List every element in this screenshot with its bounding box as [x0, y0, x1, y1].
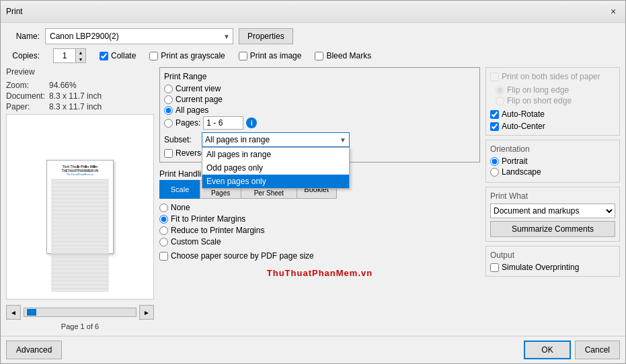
none-radio[interactable] — [159, 203, 168, 212]
pages-info-icon[interactable]: i — [246, 118, 257, 128]
subset-label: Subset: — [164, 135, 198, 144]
all-pages-radio[interactable] — [164, 106, 173, 115]
ok-button[interactable]: OK — [524, 340, 570, 359]
reduce-label: Reduce to Printer Margins — [171, 226, 264, 235]
copies-input[interactable] — [54, 49, 75, 62]
zoom-value: 94.66% — [49, 81, 77, 90]
custom-radio[interactable] — [159, 238, 168, 246]
print-image-label[interactable]: Print as image — [239, 51, 302, 60]
landscape-radio[interactable] — [490, 168, 499, 177]
properties-button[interactable]: Properties — [239, 28, 293, 44]
subset-option-odd[interactable]: Odd pages only — [202, 161, 349, 175]
current-page-label: Current page — [175, 95, 223, 104]
flip-short-radio[interactable] — [496, 97, 504, 105]
right-panel: Print on both sides of paper Flip on lon… — [485, 67, 620, 330]
print-dialog: Print × Name: Canon LBP2900(2) ▼ Propert… — [0, 0, 626, 364]
bleed-marks-label[interactable]: Bleed Marks — [315, 51, 371, 60]
printer-name-select[interactable]: Canon LBP2900(2) ▼ — [45, 28, 233, 44]
summarize-button[interactable]: Summarize Comments — [490, 221, 615, 237]
watermark-text: ThuThuatPhanMem.vn — [267, 268, 373, 278]
current-page-radio[interactable] — [164, 95, 173, 104]
landscape-row[interactable]: Landscape — [490, 167, 615, 177]
auto-center-checkbox[interactable] — [490, 122, 499, 131]
page-slider[interactable] — [24, 308, 136, 317]
tab-scale[interactable]: Scale — [159, 180, 200, 199]
both-sides-checkbox[interactable] — [490, 73, 499, 81]
print-range-section: Print Range Current view Current page Al… — [159, 67, 480, 163]
watermark: ThuThuatPhanMem.vn — [159, 267, 480, 278]
handling-options: None Fit to Printer Margins Reduce to Pr… — [159, 203, 480, 261]
auto-rotate-checkbox[interactable] — [490, 110, 499, 119]
advanced-button[interactable]: Advanced — [6, 340, 62, 359]
subset-option-even[interactable]: Even pages only — [202, 175, 349, 188]
both-sides-label: Print on both sides of paper — [502, 72, 600, 81]
print-what-title: Print What — [490, 191, 615, 201]
printer-name-row: Name: Canon LBP2900(2) ▼ Properties — [6, 28, 620, 44]
collate-checkbox[interactable] — [100, 52, 108, 60]
close-button[interactable]: × — [607, 5, 620, 18]
main-content: Name: Canon LBP2900(2) ▼ Properties Copi… — [1, 23, 625, 336]
paper-row: Paper: 8.3 x 11.7 inch — [6, 102, 154, 111]
portrait-radio[interactable] — [490, 157, 499, 166]
none-row[interactable]: None — [159, 203, 480, 212]
reverse-checkbox[interactable] — [164, 149, 173, 158]
paper-value: 8.3 x 11.7 inch — [49, 102, 102, 111]
print-what-select[interactable]: Document and markups — [490, 203, 615, 218]
print-image-checkbox[interactable] — [239, 52, 247, 60]
auto-center-label: Auto-Center — [502, 122, 545, 131]
current-view-label: Current view — [175, 84, 221, 93]
preview-text-lines — [51, 179, 109, 291]
output-title: Output — [490, 251, 615, 260]
body-area: Preview Zoom: 94.66% Document: 8.3 x 11.… — [6, 67, 620, 330]
simulate-overprinting-label: Simulate Overprinting — [502, 263, 579, 272]
current-view-radio[interactable] — [164, 85, 173, 93]
custom-row[interactable]: Custom Scale — [159, 237, 480, 246]
flip-options: Flip on long edge Flip on short edge — [490, 84, 615, 107]
current-page-row[interactable]: Current page — [164, 95, 475, 104]
slider-thumb[interactable] — [27, 309, 36, 316]
next-page-button[interactable]: ► — [139, 305, 154, 320]
collate-label[interactable]: Collate — [100, 51, 136, 60]
simulate-overprinting-checkbox[interactable] — [490, 263, 499, 272]
flip-long-radio[interactable] — [496, 86, 504, 95]
auto-rotate-row[interactable]: Auto-Rotate — [490, 109, 615, 119]
prev-page-button[interactable]: ◄ — [6, 305, 21, 320]
portrait-row[interactable]: Portrait — [490, 156, 615, 166]
reduce-row[interactable]: Reduce to Printer Margins — [159, 226, 480, 235]
pages-radio[interactable] — [164, 119, 173, 128]
pages-label: Pages: — [175, 118, 200, 128]
middle-panel: Print Range Current view Current page Al… — [159, 67, 480, 330]
reduce-radio[interactable] — [159, 226, 168, 235]
fit-radio[interactable] — [159, 215, 168, 224]
flip-long-row: Flip on long edge — [496, 85, 615, 95]
print-grayscale-checkbox[interactable] — [149, 52, 158, 60]
fit-row[interactable]: Fit to Printer Margins — [159, 214, 480, 224]
portrait-label: Portrait — [502, 156, 528, 166]
spinner-buttons: ▲ ▼ — [75, 49, 85, 62]
copies-up-button[interactable]: ▲ — [76, 49, 85, 56]
copies-spinner[interactable]: ▲ ▼ — [53, 48, 86, 63]
simulate-overprinting-row[interactable]: Simulate Overprinting — [490, 263, 615, 272]
landscape-label: Landscape — [502, 167, 541, 177]
current-view-row[interactable]: Current view — [164, 84, 475, 93]
flip-short-row: Flip on short edge — [496, 96, 615, 105]
auto-center-row[interactable]: Auto-Center — [490, 122, 615, 131]
choose-paper-row[interactable]: Choose paper source by PDF page size — [159, 251, 480, 261]
document-value: 8.3 x 11.7 inch — [49, 91, 102, 101]
copies-label: Copies: — [6, 51, 40, 60]
bleed-marks-checkbox[interactable] — [315, 52, 323, 60]
none-label: None — [171, 203, 190, 212]
subset-option-all[interactable]: All pages in range — [202, 148, 349, 161]
print-range-title: Print Range — [164, 72, 475, 81]
cancel-button[interactable]: Cancel — [575, 340, 620, 359]
document-key: Document: — [6, 91, 46, 101]
choose-paper-checkbox[interactable] — [159, 252, 168, 261]
zoom-key: Zoom: — [6, 81, 46, 90]
pages-input[interactable] — [203, 116, 243, 130]
print-grayscale-label[interactable]: Print as grayscale — [149, 51, 225, 60]
all-pages-row[interactable]: All pages — [164, 105, 475, 115]
copies-down-button[interactable]: ▼ — [76, 56, 85, 62]
subset-select[interactable]: All pages in range ▼ — [202, 132, 350, 147]
preview-page: Tinh Thoặt Phần Mềm THETHUATPHANMEM.VN T… — [46, 160, 114, 254]
bottom-right-buttons: OK Cancel — [524, 340, 620, 359]
